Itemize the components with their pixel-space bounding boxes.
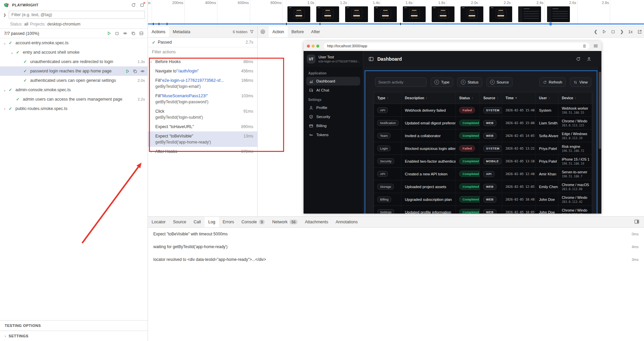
account-switcher[interactable]: UT User Test e2e-login-ui-1776219773562-… [304,51,363,67]
action-row[interactable]: ›Before Hooks88ms [148,57,257,66]
tree-chevron-icon[interactable]: › [3,107,7,111]
test-tree-row[interactable]: ⌄✓admin-console.smoke.spec.ts [0,85,148,95]
column-header-status[interactable]: Status↕ [456,92,480,104]
screenshot-thumbnail[interactable] [287,6,310,22]
action-row[interactable]: Navigate to "/auth/login"456ms [148,66,257,76]
tab-before[interactable]: Before [288,26,308,37]
filter-type-button[interactable]: +Type [431,77,453,87]
screenshot-thumbnail[interactable] [547,6,570,22]
table-row[interactable]: APIWebhook delivery failedFailedSYSTEM20… [374,104,592,117]
action-row[interactable]: Expect "toHaveURL"890ms [148,122,257,131]
test-tree-row[interactable]: ✓password login reaches the app home pag… [0,66,148,76]
collapse-icon[interactable] [139,31,144,36]
refresh-button[interactable]: Refresh [539,77,566,87]
play-icon[interactable] [107,31,111,36]
table-row[interactable]: APICreated a new API tokenCompletedAPI20… [374,168,592,180]
screenshot-thumbnail[interactable] [374,6,397,22]
screenshot-thumbnail[interactable] [316,6,339,22]
copy-icon[interactable] [133,69,137,73]
tab-network[interactable]: Network56 [268,217,301,227]
play-icon[interactable] [125,69,130,73]
filter-actions-input[interactable]: Filter actions [148,47,257,57]
play-trace-icon[interactable] [602,30,606,34]
filter-status-button[interactable]: +Status [457,77,482,87]
tab-errors[interactable]: Errors [219,217,238,227]
column-header-device[interactable]: Device↕ [558,92,592,104]
tab-source[interactable]: Source [169,217,190,227]
pick-locator-icon[interactable] [260,29,265,34]
sidebar-toggle-icon[interactable] [369,57,374,61]
app-scrollbar[interactable] [598,67,601,214]
panel-layout-icon[interactable] [634,219,639,224]
action-chevron-icon[interactable]: › [151,60,155,64]
eye-icon[interactable] [123,31,127,36]
nav-item-dashboard[interactable]: Dashboard [306,77,360,86]
eye-icon[interactable] [140,69,145,73]
tab-attachments[interactable]: Attachments [301,217,332,227]
test-tree-row[interactable]: ✓authenticated users can open general se… [0,76,148,85]
nav-item-security[interactable]: Security [306,112,360,121]
tab-call[interactable]: Call [190,217,205,227]
action-chevron-icon[interactable]: › [151,150,155,154]
column-header-source[interactable]: Source↕ [480,92,502,104]
screenshot-thumbnail[interactable] [489,6,512,22]
tab-actions[interactable]: Actions [148,26,169,37]
table-row[interactable]: LoginBlocked suspicious login attemptFai… [374,142,592,155]
screenshot-thumbnail[interactable] [461,6,483,22]
action-row[interactable]: Fill "MuseScenarioPass123!"103msgetByTes… [148,91,257,107]
tab-metadata[interactable]: Metadata [169,26,194,37]
tab-annotations[interactable]: Annotations [332,217,361,227]
tab-action[interactable]: Action [269,26,288,37]
playback-speed[interactable]: 1x [628,30,633,34]
nav-item-profile[interactable]: Profile [306,103,360,112]
table-row[interactable]: BillingUpgraded subscription planComplet… [374,193,592,206]
action-row[interactable]: Click91msgetByTestId('login-submit') [148,107,257,122]
screenshot-thumbnail[interactable] [345,6,368,22]
tree-chevron-icon[interactable]: ⌄ [10,51,14,54]
table-row[interactable]: SecurityEnabled two-factor authenticatio… [374,155,592,168]
profile-icon[interactable] [587,57,591,61]
open-external-icon[interactable] [637,30,642,34]
refresh-icon[interactable] [576,57,581,61]
table-row[interactable]: TeamInvited a collaboratorCompletedWEB20… [374,129,592,142]
action-row[interactable]: Fill "e2e-login-ui-1776219773562-sf...16… [148,76,257,91]
filter-funnel-icon[interactable] [250,30,254,34]
close-error-icon[interactable]: ✕ [140,3,144,7]
reload-tests-icon[interactable] [131,3,136,7]
scrollbar-thumb[interactable] [599,72,601,149]
tab-after[interactable]: After [308,26,324,37]
screenshot-thumbnail[interactable] [518,6,541,22]
action-row[interactable]: Expect "toBeVisible"13msgetByTestId('app… [148,131,257,147]
next-action-icon[interactable]: ❯ [620,29,624,34]
nav-item-billing[interactable]: Billing [306,121,360,130]
test-tree-row[interactable]: ⌄✓account-entry.smoke.spec.ts [0,38,148,48]
test-filter-input[interactable]: Filter (e.g. text, @tag) [9,11,145,19]
table-row[interactable]: NotificationUpdated email digest prefere… [374,117,592,129]
view-button[interactable]: View [570,77,591,87]
browser-menu-icon[interactable] [593,44,598,48]
action-row[interactable]: ›After Hooks372ms [148,147,257,156]
tab-locator[interactable]: Locator [148,217,169,227]
tab-console[interactable]: Console9 [238,217,269,227]
column-header-time[interactable]: Time▾ [502,92,536,104]
timeline-handle[interactable] [549,22,552,25]
tree-chevron-icon[interactable]: ⌄ [3,88,7,92]
column-header-description[interactable]: Description↕ [401,92,456,104]
test-tree-row[interactable]: ✓admin users can access the users manage… [0,95,148,104]
screenshot-thumbnail[interactable] [432,6,454,22]
test-tree-row[interactable]: ›✓public-routes.smoke.spec.ts [0,104,148,113]
trace-timeline[interactable]: 0ms200ms400ms600ms800ms1.0s1.2s1.4s1.6s1… [148,0,644,26]
test-tree-row[interactable]: ⌄✓entry and account shell smoke [0,48,148,57]
address-bar[interactable]: http://localhost:3000/app [324,43,590,49]
table-row[interactable]: SettingsUpdated profile informationCompl… [374,206,592,214]
table-row[interactable]: StorageUploaded project assetsCompletedW… [374,180,592,193]
search-activity-input[interactable]: Search activity [375,77,427,87]
sidebar-section-settings[interactable]: ›SETTINGS [0,331,148,341]
timeline-progress-bar[interactable] [148,23,644,24]
filter-source-button[interactable]: +Source [486,77,513,87]
copy-icon[interactable] [131,31,136,36]
screenshot-thumbnail[interactable] [403,6,426,22]
column-header-type[interactable]: Type↕ [374,92,401,104]
tab-log[interactable]: Log [205,217,219,227]
nav-item-tokens[interactable]: Tokens [306,130,360,139]
